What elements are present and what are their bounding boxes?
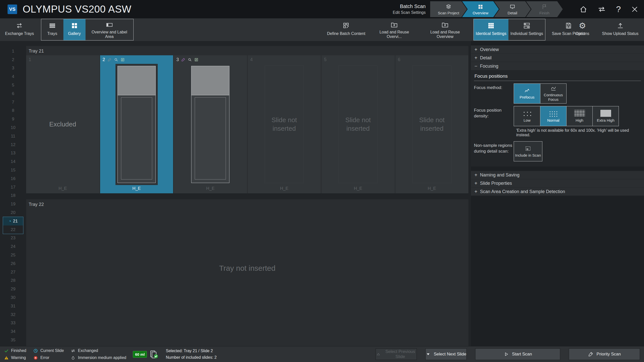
tray-list-item[interactable]: 35 (3, 336, 23, 344)
density-extra-high-button[interactable]: Extra High (592, 106, 619, 126)
tray-list-item[interactable]: 29 (3, 285, 23, 293)
section-slide-properties[interactable]: Slide Properties (471, 179, 644, 188)
tray-list-item[interactable]: 25 (3, 251, 23, 259)
section-detail[interactable]: Detail (471, 54, 644, 62)
slide-slots: 1 Excluded H_E 2 (26, 55, 468, 193)
button-label: Overview and Label Area (88, 30, 131, 39)
tray-list-item[interactable]: 32 (3, 310, 23, 319)
tray-list-item[interactable]: 20 (3, 208, 23, 217)
tray-list-item[interactable]: 1 (3, 47, 23, 56)
tray-list-item[interactable]: 26 (3, 259, 23, 268)
home-icon[interactable] (579, 5, 587, 13)
close-icon[interactable] (631, 6, 638, 13)
button-label: Prefocus (519, 95, 534, 99)
section-overview[interactable]: Overview (471, 46, 644, 54)
step-detail[interactable]: Detail (494, 1, 531, 17)
tray-list-item[interactable]: 2 (3, 56, 23, 64)
step-scan-project[interactable]: Scan Project (430, 1, 467, 17)
scan-area-rect[interactable] (121, 97, 152, 179)
status-legend: Finished Warning Current Slide (4, 348, 126, 360)
magnifier-icon[interactable] (188, 58, 192, 62)
section-naming-saving[interactable]: Naming and Saving (471, 171, 644, 179)
exchange-trays-button[interactable]: Exchange Trays (3, 19, 36, 40)
density-note: 'Extra high' is not available for 60x an… (516, 128, 641, 137)
button-label: Options (575, 31, 589, 36)
density-normal-icon (548, 110, 559, 117)
slide-slot-1[interactable]: 1 Excluded H_E (26, 55, 99, 193)
continuous-focus-button[interactable]: Continuous Focus (540, 84, 566, 103)
select-next-slide-button[interactable]: Select Next Slide (425, 348, 467, 360)
tray-list-item[interactable]: ◔21 (3, 217, 23, 225)
focus-method-group: Prefocus Continuous Focus (514, 83, 567, 104)
tray-list-item[interactable]: 5 (3, 81, 23, 89)
exchange-trays-icon (16, 21, 23, 30)
tray-list-item[interactable]: 17 (3, 183, 23, 192)
prefocus-icon (524, 88, 531, 94)
slide-specimen-area (191, 95, 229, 183)
view-mode-group: Trays Gallery Overview and Label Area (41, 19, 134, 40)
slide-slot-2[interactable]: 2 (100, 55, 173, 193)
tray-list-item[interactable]: 23 (3, 234, 23, 243)
tray-list-item[interactable]: 15 (3, 166, 23, 174)
slide-slot-5[interactable]: 5 Slide not inserted H_E (321, 55, 395, 193)
tray-list-item[interactable]: 24 (3, 242, 23, 251)
tray-list-item[interactable]: 28 (3, 277, 23, 285)
tray-list-item[interactable]: 33 (3, 319, 23, 328)
button-label: Include in Scan (515, 153, 541, 157)
gallery-button[interactable]: Gallery (63, 19, 86, 40)
tray-list-item[interactable]: 31 (3, 302, 23, 310)
section-focusing[interactable]: Focusing (471, 62, 644, 70)
load-reuse-overview-button[interactable]: Load and Reuse Overview (421, 19, 469, 40)
start-scan-button[interactable]: Start Scan (475, 348, 560, 360)
tray-list-item[interactable]: 8 (3, 107, 23, 115)
slide-stack-status-icon (149, 350, 158, 359)
stain-icon (181, 58, 185, 62)
show-upload-status-button[interactable]: Show Upload Status (600, 19, 640, 40)
load-reuse-overview-label-button[interactable]: Load and Reuse Overvi... (370, 19, 418, 40)
tray-list-item[interactable]: 27 (3, 268, 23, 277)
tray-list-item[interactable]: 13 (3, 149, 23, 158)
tray-list-item[interactable]: 6 (3, 89, 23, 98)
overview-label-area-button[interactable]: Overview and Label Area (86, 19, 133, 40)
slide-overview-image[interactable] (191, 66, 229, 183)
tray-list-item[interactable]: 10 (3, 123, 23, 132)
slide-overview-image[interactable] (117, 66, 156, 183)
tray-list-item[interactable]: 22 (3, 225, 23, 234)
tray-list-item[interactable]: 4 (3, 72, 23, 81)
tray-list-item[interactable]: 9 (3, 115, 23, 123)
tray-list-item[interactable]: 19 (3, 200, 23, 208)
tray-list-item[interactable]: 34 (3, 327, 23, 336)
tray-list-item[interactable]: 12 (3, 141, 23, 149)
priority-scan-button[interactable]: Priority Scan (569, 348, 640, 360)
gallery-area: Tray 21 1 Excluded H_E 2 (26, 41, 468, 346)
exchange-icon[interactable] (597, 5, 606, 14)
triangle-down-icon (426, 352, 431, 357)
prefocus-button[interactable]: Prefocus (514, 84, 540, 103)
tray-list-item[interactable]: 14 (3, 157, 23, 166)
tray-list-item[interactable]: 3 (3, 64, 23, 73)
tray-list-item[interactable]: 18 (3, 192, 23, 200)
tray-list-item[interactable]: 7 (3, 98, 23, 107)
individual-settings-button[interactable]: Individual Settings (508, 19, 545, 40)
tray-list-item[interactable]: 30 (3, 293, 23, 302)
slide-slot-6[interactable]: 6 Slide not inserted H_E (395, 55, 469, 193)
trays-button[interactable]: Trays (41, 19, 63, 40)
help-icon[interactable]: ? (616, 4, 621, 14)
identical-settings-button[interactable]: Identical Settings (474, 19, 508, 40)
density-low-button[interactable]: Low (514, 106, 540, 126)
label-note-icon[interactable] (194, 58, 198, 62)
label-note-icon[interactable] (120, 58, 125, 62)
include-in-scan-button[interactable]: Include in Scan (514, 142, 542, 161)
slide-slot-4[interactable]: 4 Slide not inserted H_E (248, 55, 321, 193)
section-scan-area-creation[interactable]: Scan Area Creation and Sample Detection (471, 188, 644, 196)
tray-list-item[interactable]: 11 (3, 132, 23, 141)
define-batch-content-button[interactable]: Define Batch Content (325, 19, 367, 40)
scan-area-rect[interactable] (195, 97, 226, 179)
magnifier-icon[interactable] (114, 58, 118, 62)
density-high-button[interactable]: High (566, 106, 592, 126)
options-button[interactable]: ⚙ Options (571, 19, 593, 40)
density-normal-button[interactable]: Normal (540, 106, 566, 126)
tray-list-item[interactable]: 16 (3, 174, 23, 183)
slide-slot-3[interactable]: 3 (174, 55, 247, 193)
step-overview[interactable]: Overview (462, 1, 499, 17)
